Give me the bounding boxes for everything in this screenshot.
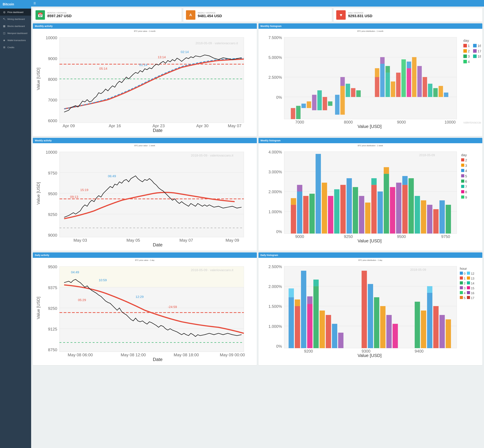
svg-text:2018-05-09: 2018-05-09 [410, 268, 426, 272]
svg-rect-153 [461, 164, 464, 167]
svg-rect-226 [427, 293, 432, 348]
svg-rect-207 [295, 306, 300, 348]
svg-rect-75 [473, 49, 476, 53]
svg-text:May 08 12:00: May 08 12:00 [121, 352, 146, 357]
svg-rect-73 [463, 49, 467, 53]
svg-rect-147 [433, 209, 439, 234]
svg-rect-138 [384, 167, 389, 174]
sidebar-item-credits[interactable]: ⊞ Credits [0, 44, 31, 51]
svg-text:-24:59: -24:59 [168, 305, 177, 309]
svg-rect-84 [60, 152, 244, 237]
sidebar-item-mining-dashboard[interactable]: ⛏ Mining dashboard [0, 16, 31, 23]
daily-label: DAILY AVERAGE [348, 12, 372, 14]
svg-rect-221 [380, 306, 386, 348]
svg-rect-53 [380, 57, 385, 64]
monthly-activity-subtitle: BTC price value - 1 month [34, 30, 255, 32]
svg-text:04:49: 04:49 [71, 271, 79, 274]
svg-text:9000: 9000 [48, 233, 57, 238]
svg-text:May 07: May 07 [179, 238, 193, 243]
svg-rect-145 [421, 200, 426, 234]
sidebar-item-label: Mining dashboard [8, 18, 25, 20]
svg-text:16: 16 [477, 44, 481, 48]
svg-rect-63 [423, 77, 427, 97]
svg-rect-229 [439, 315, 445, 348]
svg-rect-123 [303, 196, 309, 234]
daily-average-card: ♥ DAILY AVERAGE 9293.831 USD [333, 8, 482, 22]
daily-activity-card: Daily activity BTC price value - 1 day 9… [33, 252, 257, 365]
svg-rect-126 [322, 183, 327, 234]
wallet-icon: ◈ [3, 39, 6, 42]
monthly-histogram-card: Monthly histogram BTC price distribution… [259, 23, 483, 136]
svg-text:May 03: May 03 [73, 238, 87, 243]
weekly-icon: A [186, 10, 195, 20]
weekly-histogram-chart: 4.000% 3.000% 2.000% 1.000% 0% 9000 9250… [260, 147, 481, 245]
svg-rect-132 [359, 196, 364, 234]
menu-icon[interactable]: ☰ [33, 2, 36, 5]
weekly-average-card: A WEEKLY AVERAGE 9481.454 USD [183, 8, 332, 22]
sidebar: Bitcoin ◎ Price dashboard ⛏ Mining dashb… [0, 0, 31, 448]
weekly-histogram-header: Weekly histogram [259, 138, 483, 143]
svg-text:1.500%: 1.500% [269, 304, 282, 309]
sidebar-item-price-dashboard[interactable]: ◎ Price dashboard [0, 8, 31, 16]
svg-rect-228 [433, 306, 439, 348]
svg-text:02:14: 02:14 [181, 50, 189, 54]
svg-text:5.000%: 5.000% [269, 55, 282, 60]
svg-text:4: 4 [464, 291, 465, 295]
svg-text:3.000%: 3.000% [269, 170, 282, 174]
sidebar-item-label: Mempool dashboard [8, 32, 27, 34]
svg-text:May 07: May 07 [228, 124, 241, 128]
svg-text:0: 0 [464, 272, 465, 275]
svg-rect-48 [351, 88, 355, 97]
svg-rect-208 [295, 299, 300, 306]
sidebar-item-mempool-dashboard[interactable]: ◫ Mempool dashboard [0, 30, 31, 37]
weekly-activity-card: Weekly activity BTC price value - 1 week… [33, 138, 257, 251]
weekly-histogram-subtitle: BTC price distribution - 1 week [260, 144, 481, 147]
svg-text:17: 17 [471, 296, 474, 300]
svg-text:9000: 9000 [397, 120, 406, 124]
svg-text:Value [USD]: Value [USD] [357, 124, 381, 129]
svg-text:9400: 9400 [415, 349, 424, 353]
svg-text:09:13: 09:13 [70, 195, 78, 199]
svg-rect-139 [390, 187, 395, 234]
svg-rect-125 [316, 154, 321, 234]
sidebar-item-label: Blocks dashboard [8, 25, 25, 27]
svg-rect-250 [467, 291, 470, 294]
svg-text:9250: 9250 [344, 234, 353, 239]
svg-text:7000: 7000 [48, 98, 57, 102]
svg-text:2: 2 [464, 281, 465, 285]
svg-rect-39 [307, 101, 311, 108]
svg-rect-71 [473, 44, 476, 48]
sidebar-item-wallet-transactions[interactable]: ◈ Wallet transactions [0, 37, 31, 44]
weekly-stat-info: WEEKLY AVERAGE 9481.454 USD [198, 12, 222, 18]
svg-rect-144 [415, 196, 420, 234]
svg-rect-46 [340, 77, 345, 86]
svg-text:hour: hour [460, 267, 467, 271]
svg-rect-230 [446, 320, 451, 348]
daily-activity-chart: 9500 9375 9250 9125 8750 May 08 06:00 Ma… [34, 262, 255, 363]
svg-text:9500: 9500 [48, 264, 57, 269]
daily-histogram-body: BTC price distribution - 1 day 2.500% 2.… [259, 258, 483, 361]
svg-text:9000: 9000 [295, 234, 304, 239]
svg-text:Value [USD]: Value [USD] [357, 353, 381, 358]
credits-icon: ⊞ [3, 46, 6, 49]
svg-text:3: 3 [468, 54, 470, 58]
svg-rect-232 [460, 272, 463, 275]
svg-rect-205 [288, 297, 294, 348]
svg-rect-211 [307, 296, 312, 304]
svg-rect-77 [463, 55, 467, 58]
svg-text:3: 3 [465, 164, 467, 168]
svg-text:01:14: 01:14 [139, 63, 147, 67]
sidebar-item-blocks-dashboard[interactable]: ▦ Blocks dashboard [0, 23, 31, 30]
svg-text:4: 4 [468, 60, 470, 64]
svg-rect-248 [460, 291, 463, 294]
svg-rect-140 [396, 183, 401, 234]
svg-text:9500: 9500 [48, 192, 57, 196]
svg-rect-142 [402, 176, 408, 185]
svg-rect-55 [385, 66, 390, 72]
svg-rect-64 [428, 84, 432, 97]
monthly-histogram-subtitle: BTC price distribution - 1 month [260, 30, 481, 32]
svg-rect-210 [307, 304, 312, 348]
svg-text:10000: 10000 [46, 35, 57, 40]
svg-text:Date: Date [153, 128, 163, 133]
svg-text:Apr 09: Apr 09 [63, 124, 75, 128]
